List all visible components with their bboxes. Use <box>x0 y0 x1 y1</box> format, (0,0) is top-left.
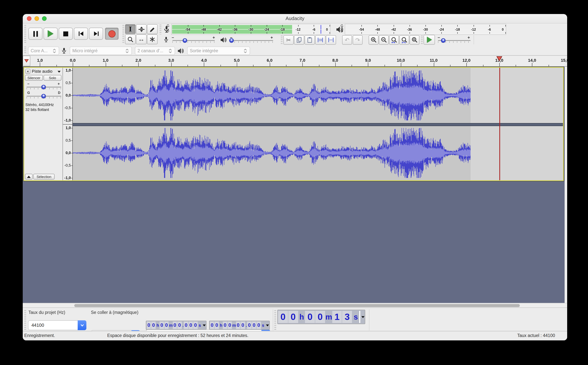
selection-start-field[interactable]: 00h00m00.000s <box>146 321 206 330</box>
time-digit[interactable]: 3 <box>342 311 352 323</box>
horizontal-scrollbar-thumb[interactable] <box>74 304 520 307</box>
timeshift-tool-button[interactable]: ↔ <box>136 35 147 44</box>
speed-thumb[interactable] <box>441 38 446 43</box>
multi-tool-button[interactable] <box>147 35 158 44</box>
playhead-marker[interactable] <box>496 56 502 61</box>
time-digit[interactable]: 0 <box>223 322 227 329</box>
cut-button[interactable]: ✂ <box>283 35 294 45</box>
time-digit[interactable]: 0 <box>173 322 177 329</box>
mute-button[interactable]: Silencer <box>25 75 43 81</box>
fit-project-button[interactable] <box>399 35 409 45</box>
time-format-menu-icon[interactable] <box>203 324 206 326</box>
skip-to-start-button[interactable] <box>74 28 88 40</box>
time-digit[interactable]: 0 <box>247 322 252 329</box>
draw-tool-button[interactable] <box>147 24 158 34</box>
skip-to-end-button[interactable] <box>89 28 103 40</box>
record-button[interactable] <box>105 28 119 40</box>
project-rate-select[interactable]: 44100 <box>28 320 86 330</box>
channel-separator[interactable] <box>73 123 563 126</box>
time-digit[interactable]: 0 <box>151 322 156 329</box>
track-close-button[interactable]: ✕ <box>25 69 30 74</box>
track-canvas-area[interactable]: ✕ Piste audio Silencer Solo − + G D Stér… <box>23 67 567 303</box>
time-digit[interactable]: 0 <box>227 322 232 329</box>
pause-button[interactable] <box>28 28 43 40</box>
solo-button[interactable]: Solo <box>43 75 61 81</box>
envelope-tool-button[interactable] <box>136 24 147 34</box>
titlebar[interactable]: Audacity <box>23 14 567 23</box>
audio-track[interactable]: ✕ Piste audio Silencer Solo − + G D Stér… <box>23 67 564 181</box>
input-channels-select[interactable]: 2 canaux d'... <box>135 47 175 55</box>
time-digit[interactable]: 0 <box>215 322 219 329</box>
track-menu-icon[interactable] <box>57 71 61 73</box>
time-format-menu-icon[interactable] <box>266 324 269 326</box>
selection-toolbar-grip[interactable] <box>24 310 26 330</box>
pin-playhead-button[interactable] <box>23 56 30 66</box>
play-at-speed-button[interactable] <box>424 35 435 45</box>
time-digit[interactable]: . <box>245 322 247 329</box>
time-digit[interactable]: . <box>182 322 184 329</box>
time-digit[interactable]: 0 <box>315 311 325 323</box>
input-volume-thumb[interactable] <box>183 38 187 43</box>
playback-meter[interactable]: -54-48-42-36-30-24-18-12-60 <box>345 24 506 35</box>
undo-button[interactable]: ↶ <box>342 35 352 45</box>
time-digit[interactable]: 0 <box>288 311 298 323</box>
record-meter-grip[interactable] <box>160 25 161 35</box>
zoom-tool-button[interactable] <box>125 35 136 44</box>
audio-position-field[interactable]: 00h00m13s <box>277 310 365 324</box>
output-volume-thumb[interactable] <box>229 38 234 43</box>
dropdown-button[interactable] <box>78 320 86 330</box>
time-digit[interactable]: 0 <box>177 322 182 329</box>
zoom-in-button[interactable] <box>369 35 378 45</box>
zoom-out-button[interactable] <box>379 35 389 45</box>
transport-grip[interactable] <box>24 25 26 44</box>
play-speed-grip[interactable] <box>421 35 423 45</box>
time-toolbar-grip[interactable] <box>274 310 276 330</box>
time-digit[interactable]: 0 <box>210 322 214 329</box>
amplitude-ruler[interactable]: 1,00,50,0-0,5-1,01,00,50,0-0,5-1,0 <box>63 68 73 180</box>
device-grip[interactable] <box>24 47 26 54</box>
time-digit[interactable]: 0 <box>189 322 193 329</box>
time-format-menu-icon[interactable] <box>361 316 364 318</box>
gain-thumb[interactable] <box>41 85 46 89</box>
selection-button[interactable]: Sélection <box>33 174 55 179</box>
time-digit[interactable]: 0 <box>278 311 288 323</box>
collapse-track-button[interactable] <box>25 174 33 179</box>
audio-host-select[interactable]: Core A... <box>28 47 59 55</box>
input-volume-slider[interactable] <box>172 40 215 41</box>
time-digit[interactable]: 0 <box>160 322 164 329</box>
selection-end-field[interactable]: 00h00m00.000s <box>209 321 270 330</box>
copy-button[interactable] <box>294 35 304 45</box>
output-volume-slider[interactable] <box>231 40 273 41</box>
input-device-select[interactable]: Micro intégré <box>70 47 132 55</box>
stop-button[interactable] <box>59 28 73 40</box>
selection-tool-button[interactable]: I <box>125 24 136 34</box>
time-digit[interactable]: 0 <box>252 322 256 329</box>
time-digit[interactable]: 0 <box>236 322 240 329</box>
edit-grip[interactable] <box>281 35 283 45</box>
fit-selection-button[interactable] <box>389 35 399 45</box>
vertical-scrollbar[interactable] <box>565 67 567 303</box>
time-digit[interactable]: 1 <box>332 311 342 323</box>
time-digit[interactable]: 0 <box>147 322 151 329</box>
play-button[interactable] <box>43 28 57 40</box>
time-digit[interactable]: 0 <box>193 322 198 329</box>
time-digit[interactable]: 0 <box>305 311 315 323</box>
output-device-select[interactable]: Sortie intégrée <box>187 47 250 55</box>
tools-grip[interactable] <box>122 25 124 44</box>
time-digit[interactable]: 0 <box>164 322 169 329</box>
ruler-tick <box>56 65 57 66</box>
zoom-toggle-button[interactable] <box>410 35 419 45</box>
time-digit[interactable]: 0 <box>256 322 261 329</box>
track-title[interactable]: Piste audio <box>32 69 52 73</box>
horizontal-scrollbar[interactable] <box>23 303 567 308</box>
recording-meter[interactable]: -54-48-42-36-30-24-18-12-60 <box>171 24 330 35</box>
timeline-ruler[interactable]: 1,00,01,02,03,04,05,06,07,08,09,010,011,… <box>23 56 567 67</box>
ruler-tick <box>89 65 90 66</box>
redo-button[interactable]: ↷ <box>353 35 362 45</box>
pan-thumb[interactable] <box>41 94 46 98</box>
silence-audio-button[interactable] <box>326 35 336 45</box>
time-digit[interactable]: 0 <box>241 322 245 329</box>
paste-button[interactable] <box>305 35 315 45</box>
time-digit[interactable]: 0 <box>184 322 188 329</box>
trim-audio-button[interactable] <box>315 35 326 45</box>
